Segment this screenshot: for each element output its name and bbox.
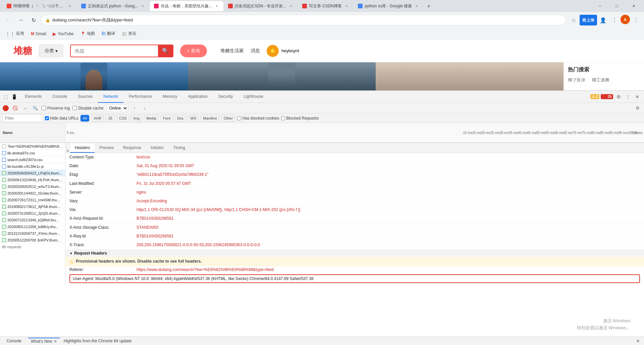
has-blocked-cookies-checkbox[interactable] xyxy=(237,116,241,120)
hide-data-urls-label[interactable]: Hide data URLs xyxy=(45,116,78,121)
tab-python[interactable]: python os库 - Google 搜索 × xyxy=(354,1,423,11)
account-icon[interactable]: 👤 xyxy=(598,15,608,25)
tab-close-bilibili[interactable]: × xyxy=(67,3,72,9)
file-item-img8[interactable]: 20200723213349_kQ8N4.thu... xyxy=(0,217,65,223)
import-icon[interactable]: ↑ xyxy=(131,105,138,112)
nav-message[interactable]: 消息 xyxy=(251,48,260,54)
devtools-settings-icon[interactable]: ⚙ xyxy=(614,93,623,101)
tab-bilibili[interactable]: 哔哩哔哩（゜-゜）つロ干杯~ × xyxy=(3,1,76,11)
devtools-tab-sources[interactable]: Sources xyxy=(72,91,98,103)
publish-button[interactable]: + 发布 xyxy=(180,45,207,57)
bookmark-translate[interactable]: 翻 翻译 xyxy=(99,29,118,38)
detail-close-icon[interactable]: ✕ xyxy=(66,149,69,153)
tab-close-csdn[interactable]: × xyxy=(288,3,293,9)
file-item-js1[interactable]: lib.bundle.c9139e1c.js xyxy=(0,163,65,170)
detail-tab-preview[interactable]: Preview xyxy=(95,143,118,153)
devtools-tab-security[interactable]: Security xyxy=(213,91,238,103)
user-avatar[interactable]: 🌟 xyxy=(267,45,279,57)
devtools-inspect-icon[interactable]: ⬚ xyxy=(1,93,9,101)
file-item-main[interactable]: ?kw=%E8%82%96%E6%88%98%9... xyxy=(0,143,65,150)
devtools-tab-elements[interactable]: Elements xyxy=(19,91,47,103)
detail-tab-timing[interactable]: Timing xyxy=(168,143,190,153)
export-icon[interactable]: ↓ xyxy=(141,105,148,112)
tab-close-regex[interactable]: × xyxy=(140,3,145,9)
category-button[interactable]: 分类 ▾ xyxy=(39,45,63,57)
clear-button[interactable]: 🚫 xyxy=(11,105,19,112)
tab-csdn[interactable]: (5条消息)CSDN - 专业开发... × xyxy=(224,1,298,11)
filter-xhr-button[interactable]: XHR xyxy=(91,115,104,122)
back-button[interactable]: ← xyxy=(3,15,13,25)
nav-life[interactable]: 堆糖生活家 xyxy=(220,48,244,54)
filter-ws-button[interactable]: WS xyxy=(188,115,199,122)
filter-icon[interactable]: ⬦ xyxy=(21,105,29,112)
tab-close-csdn-write[interactable]: × xyxy=(344,3,349,9)
bookmark-news[interactable]: 📰 资讯 xyxy=(119,29,139,38)
disable-cache-label[interactable]: Disable cache xyxy=(72,106,103,111)
profile-avatar[interactable]: A xyxy=(621,15,630,24)
filter-media-button[interactable]: Media xyxy=(144,115,159,122)
blocked-requests-label[interactable]: Blocked Requests xyxy=(281,116,319,121)
preserve-log-checkbox[interactable] xyxy=(42,106,46,110)
file-item-img3[interactable]: 20200328202512_wSuT3.thum... xyxy=(0,183,65,190)
search-input[interactable] xyxy=(71,45,158,57)
maximize-button[interactable]: □ xyxy=(609,1,625,11)
file-item-img6[interactable]: 20180802173612_4jP5A.thum... xyxy=(0,203,65,210)
tab-close-duitang[interactable]: × xyxy=(214,3,219,9)
devtools-tab-application[interactable]: Application xyxy=(182,91,213,103)
devtools-tab-performance[interactable]: Performance xyxy=(123,91,157,103)
gallery-img-3[interactable] xyxy=(376,62,564,90)
minimize-button[interactable]: ─ xyxy=(592,1,608,11)
file-item-img9[interactable]: 20200801111009_kdMUy.thu... xyxy=(0,223,65,230)
settings-icon[interactable]: ⋮ xyxy=(609,15,620,25)
filter-input[interactable] xyxy=(3,115,43,122)
tab-close-python[interactable]: × xyxy=(414,3,419,9)
whats-new-tab-button[interactable]: What's New ✕ xyxy=(28,338,60,344)
gallery-img-1[interactable] xyxy=(0,62,188,90)
tab-csdn-write[interactable]: 写文章-CSDN博客 × xyxy=(298,1,353,11)
filter-all-button[interactable]: All xyxy=(80,115,89,122)
file-item-img11[interactable]: 20200512200700 3nKPV.thum... xyxy=(0,237,65,244)
bookmark-apps[interactable]: ⋮⋮ 应用 xyxy=(3,29,27,38)
tab-duitang[interactable]: 肖战 - 堆糖，美图壁纸兴趣... × xyxy=(150,1,223,11)
file-item-img5[interactable]: 20200726172311_rmHSM.thu... xyxy=(0,197,65,203)
filter-css-button[interactable]: CSS xyxy=(117,115,129,122)
settings-network-icon[interactable]: ⚙ xyxy=(634,105,641,112)
blocked-requests-checkbox[interactable] xyxy=(281,116,285,120)
file-item-img1[interactable]: 20200506005423_LPaEN.thum... xyxy=(0,170,65,177)
devtools-more-icon[interactable]: ⋮ xyxy=(624,93,632,101)
search-icon[interactable]: 🔍 xyxy=(32,105,39,112)
disable-cache-checkbox[interactable] xyxy=(72,106,77,110)
devtools-tab-lighthouse[interactable]: Lighthouse xyxy=(238,91,269,103)
file-item-css2[interactable]: search.bd92307d.css xyxy=(0,156,65,163)
throttle-select[interactable]: Online xyxy=(106,105,128,112)
file-item-img10[interactable]: 20131219204737_XVinc.thum... xyxy=(0,230,65,237)
devtools-close-icon[interactable]: ✕ xyxy=(633,93,641,101)
tab-regex[interactable]: 正则表达式 python - Goog... × xyxy=(77,1,149,11)
record-button[interactable] xyxy=(3,105,9,111)
bookmark-star-icon[interactable]: ☆ xyxy=(568,15,579,25)
file-item-img2[interactable]: 20200613224936_HLPeK.thum... xyxy=(0,177,65,183)
gallery-img-2[interactable] xyxy=(188,62,376,90)
console-tab-button[interactable]: Console xyxy=(4,338,24,344)
whats-new-close-icon[interactable]: ✕ xyxy=(54,339,57,344)
reload-button[interactable]: ↻ xyxy=(28,15,39,25)
extension-upload-btn[interactable]: 抢上传 xyxy=(580,15,597,25)
file-item-img4[interactable]: 20200301144921_tSUdw.thum... xyxy=(0,190,65,197)
devtools-tab-memory[interactable]: Memory xyxy=(157,91,182,103)
forward-button[interactable]: → xyxy=(15,15,26,25)
has-blocked-cookies-label[interactable]: Has blocked cookies xyxy=(237,116,279,121)
filter-img-button[interactable]: Img xyxy=(131,115,142,122)
devtools-device-icon[interactable]: 📱 xyxy=(10,93,18,101)
detail-tab-response[interactable]: Response xyxy=(118,143,146,153)
new-tab-button[interactable]: + xyxy=(424,2,433,11)
file-item-css1[interactable]: lib.dedea97e.css xyxy=(0,150,65,156)
bookmark-maps[interactable]: 📍 地图 xyxy=(78,29,98,38)
devtools-tab-console[interactable]: Console xyxy=(47,91,72,103)
filter-js-button[interactable]: JS xyxy=(106,115,115,122)
hide-data-urls-checkbox[interactable] xyxy=(45,116,49,120)
bookmark-gmail[interactable]: M Gmail xyxy=(28,30,49,38)
bottom-close-icon[interactable]: ✕ xyxy=(636,338,640,344)
url-bar[interactable]: 🔒 duitang.com/search/?kw=肖战&type=feed xyxy=(41,15,566,25)
file-item-img7[interactable]: 20200731200511_ZjrQG.thum... xyxy=(0,210,65,217)
request-headers-section[interactable]: ▼ Request Headers xyxy=(65,250,644,257)
